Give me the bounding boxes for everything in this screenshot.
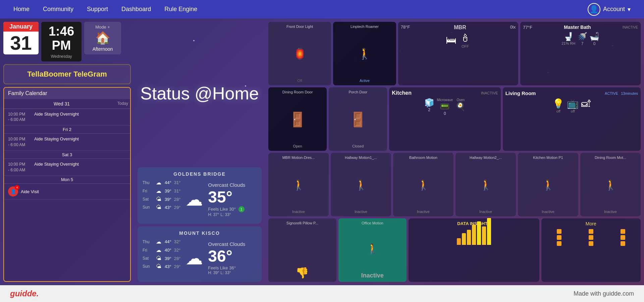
master-bath-items: 🚽 21% RH 🚿 7 🛁 0 <box>523 32 638 46</box>
hallway-motion2-card[interactable]: Hallway Motion2_... 🚶 Inactive <box>455 153 516 216</box>
right-panel: Front Door Light 🏮 Off Linptech Roamer 🚶… <box>265 18 644 285</box>
today-badge: Today <box>117 101 128 106</box>
cloud-icon: ☁ <box>156 188 161 194</box>
dining-room-door-status: Open <box>293 144 302 148</box>
dining-motion-card[interactable]: Dining Room Mot... 🚶 Inactive <box>580 153 641 216</box>
mbr-motion-card[interactable]: MBR Motion-Dres... 🚶 Inactive <box>268 153 329 216</box>
more-card[interactable]: More <box>541 218 641 282</box>
person-icon: 🚶 <box>358 47 371 60</box>
sun-icon: 🌤 <box>156 255 161 261</box>
mbr-motion-name: MBR Motion-Dres... <box>282 156 315 160</box>
motion-person-icon: 🚶 <box>355 179 367 191</box>
living-room-status: ACTIVE <box>605 91 618 95</box>
mbr-card[interactable]: 78°F MBR 0lx 🛏 🕯 OFF <box>398 22 519 85</box>
weather-feels-2: Feels Like 36° <box>208 265 245 270</box>
weather-day: Fri <box>143 248 153 253</box>
dining-room-door-card[interactable]: Dining Room Door 🚪 Open <box>268 87 327 151</box>
cal-event-4: 👤 4 Aide Visit <box>4 184 130 200</box>
microwave-icon: 📟 <box>437 102 453 111</box>
weather-card-2: MOUNT KISCO Thu ☁ 44°32° Fri ☁ 40°32° Sa… <box>138 226 262 282</box>
mbr-header: 78°F MBR 0lx <box>401 25 516 31</box>
kitchen-card[interactable]: Kitchen INACTIVE 🧊 2 Microwave 📟 0 Oven <box>389 87 500 151</box>
nav-community[interactable]: Community <box>43 6 73 13</box>
kitchen-motion-card[interactable]: Kitchen Motion P1 🚶 Inactive <box>518 153 578 216</box>
weather-row-thu-2: Thu ☁ 44°32° <box>143 239 180 245</box>
data-insights-card[interactable]: DATA INSIGHTS <box>409 218 539 282</box>
navigation: Home Community Support Dashboard Rule En… <box>0 0 644 18</box>
bathroom-motion-card[interactable]: Bathroom Motion 🚶 Inactive <box>393 153 453 216</box>
office-motion-card[interactable]: Office Motion 🚶 Inactive <box>338 218 407 282</box>
sun-icon: 🌤 <box>156 196 161 202</box>
cal-avatar: 👤 4 <box>8 186 18 197</box>
micro-label: Microwave <box>437 98 453 102</box>
kitchen-fridge-val: 2 <box>424 107 434 112</box>
dining-motion-status: Inactive <box>604 210 617 214</box>
footer: guidde. Made with guidde.com <box>0 285 644 302</box>
mbr-temp: 78°F <box>401 25 410 31</box>
master-bath-card[interactable]: 77°F Master Bath INACTIVE 🚽 21% RH 🚿 7 🛁 <box>520 22 641 85</box>
date-day: 31 <box>3 32 39 54</box>
weather-temp-big-2: 36° <box>208 247 245 265</box>
weather-temp-big-1: 35° <box>208 188 245 206</box>
calendar-widget: Family Calendar Wed 31 Today 10:00 PM- 6… <box>3 87 131 282</box>
cloud-icon: ☁ <box>156 247 161 253</box>
bar-7 <box>487 218 491 245</box>
left-panel: January 31 1:46 PM Wednesday Mode + 🏠 Af… <box>0 18 134 285</box>
hallway-motion1-card[interactable]: Hallway Motion1_... 🚶 Inactive <box>331 153 391 216</box>
shower-icon: 🛁 <box>589 32 599 41</box>
weather-location-2: MOUNT KISCO <box>143 230 257 236</box>
weather-main-1: ☁ Overcast Clouds 35° Feels Like 30° 1 H… <box>185 182 245 217</box>
kitchen-oven-item: Oven 🍳 <box>455 98 466 116</box>
account-label: Account <box>603 6 625 13</box>
porch-door-card[interactable]: Porch Door 🚪 Closed <box>329 87 387 151</box>
living-sofa-item: 🛋 <box>581 98 591 113</box>
bar-6 <box>482 226 486 245</box>
weather-hl-1: H: 37° L: 33° <box>208 212 245 217</box>
bath-sink-item: 🚿 7 <box>577 32 587 46</box>
motion-person-icon: 🚶 <box>292 179 305 191</box>
cal-event-2-time: 10:00 PM- 6:00 AM <box>8 136 32 148</box>
account-menu[interactable]: 👤 Account ▾ <box>588 3 631 16</box>
weather-row-thu-1: Thu ☁ 44°31° <box>143 179 180 186</box>
living-room-card[interactable]: Living Room ACTIVE 13minutes 💡 off 📺 off <box>503 87 641 151</box>
bath-toilet-item: 🚽 21% RH <box>561 32 575 46</box>
weather-row-sat-2: Sat 🌤 39°28° <box>143 255 180 261</box>
bath-val3: 0 <box>589 41 599 46</box>
nav-dashboard[interactable]: Dashboard <box>121 6 151 13</box>
top-widgets: January 31 1:46 PM Wednesday Mode + 🏠 Af… <box>3 22 131 61</box>
cal-badge: 4 <box>15 185 19 190</box>
weather-hl-2: H: 39° L: 33° <box>208 270 245 275</box>
motion-person-icon: 🚶 <box>604 179 617 191</box>
signorelli-card[interactable]: Signorelli Pillow P... 👎 <box>268 218 336 282</box>
kitchen-micro-item: Microwave 📟 0 <box>437 98 453 116</box>
weather-condition-2: Overcast Clouds <box>208 241 245 247</box>
master-bath-header: 77°F Master Bath INACTIVE <box>523 25 638 30</box>
motion-person-icon: 🚶 <box>417 179 430 191</box>
weather-day: Fri <box>143 189 153 193</box>
mode-widget[interactable]: Mode + 🏠 Afternoon <box>84 22 121 54</box>
motion-person-icon: 🚶 <box>480 179 492 191</box>
guidde-logo: guidde. <box>10 289 39 298</box>
nav-home[interactable]: Home <box>13 6 30 13</box>
nav-right: 👤 Account ▾ <box>588 3 631 16</box>
weather-day: Sun <box>143 264 153 269</box>
weather-condition-1: Overcast Clouds <box>208 182 245 188</box>
cal-event-3-time: 10:00 PM- 6:00 AM <box>8 162 32 173</box>
clock-widget: 1:46 PM Wednesday <box>41 22 82 61</box>
nav-support[interactable]: Support <box>87 6 108 13</box>
master-bath-temp: 77°F <box>523 25 532 30</box>
date-month: January <box>3 22 39 32</box>
sun-icon: 🌤 <box>156 263 161 269</box>
dining-room-door-name: Dining Room Door <box>282 90 313 94</box>
weather-card-1: GOLDENS BRIDGE Thu ☁ 44°31° Fri ☁ 39°31°… <box>138 167 262 224</box>
mbr-motion-status: Inactive <box>292 210 305 214</box>
cloud-icon: ☁ <box>156 239 161 245</box>
bathroom-motion-name: Bathroom Motion <box>409 156 437 160</box>
avatar: 👤 <box>588 3 600 16</box>
nav-rule-engine[interactable]: Rule Engine <box>164 6 197 13</box>
linptech-roamer-card[interactable]: Linptech Roamer 🚶 Active <box>333 22 396 85</box>
hallway-motion2-status: Inactive <box>479 210 492 214</box>
lamp-icon: 🕯 <box>460 32 471 44</box>
front-door-light-card[interactable]: Front Door Light 🏮 Off <box>268 22 331 85</box>
telegram-widget[interactable]: TellaBoomer TeleGram <box>3 64 131 84</box>
